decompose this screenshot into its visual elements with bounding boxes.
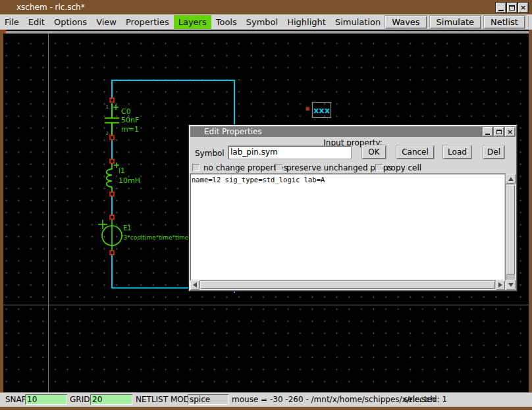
property-textarea[interactable]: name=l2 sig_type=std_logic lab=A	[190, 174, 505, 280]
load-button[interactable]: Load	[443, 145, 471, 159]
menu-help[interactable]: Help	[528, 16, 532, 28]
pin-number: 2	[106, 131, 109, 136]
dialog-controls: ×	[483, 127, 515, 136]
origin-marker	[3, 30, 6, 34]
pin-marker	[110, 215, 114, 219]
del-button[interactable]: Del	[483, 145, 504, 159]
scroll-right-icon[interactable]	[496, 280, 505, 290]
pin-marker	[110, 251, 114, 255]
menu-layers[interactable]: Layers	[174, 15, 211, 29]
horizontal-scrollbar[interactable]	[190, 280, 505, 290]
scroll-left-icon[interactable]	[190, 280, 200, 290]
ok-button[interactable]: OK	[362, 145, 386, 159]
netlist-button[interactable]: Netlist	[484, 16, 525, 28]
vertical-scrollbar-thumb[interactable]	[506, 185, 515, 274]
component-name: E1	[123, 224, 132, 232]
component-value: 10mH	[119, 176, 140, 185]
minimize-icon[interactable]	[496, 3, 506, 13]
window-controls: ×	[496, 3, 528, 13]
menu-simulation[interactable]: Simulation	[331, 15, 385, 29]
edit-properties-dialog: Edit Properties × Input property: Symbol…	[189, 125, 517, 291]
horizontal-scrollbar-thumb[interactable]	[200, 281, 494, 289]
dialog-close-icon[interactable]: ×	[505, 127, 515, 136]
menu-view[interactable]: View	[92, 15, 121, 29]
component-name: C0	[121, 107, 131, 116]
selected-count: selected: 1	[404, 395, 447, 404]
component-name: l1	[119, 167, 125, 175]
snap-input[interactable]: 10	[25, 394, 67, 405]
close-icon[interactable]: ×	[518, 3, 528, 13]
copy-cell-checkbox[interactable]	[375, 164, 383, 171]
dialog-minimize-icon[interactable]	[483, 127, 492, 136]
net-label-text: xxx	[313, 105, 331, 115]
menu-symbol[interactable]: Symbol	[242, 15, 282, 29]
titlebar[interactable]: xschem - rlc.sch* ×	[0, 0, 532, 14]
polarity-plus-icon	[113, 105, 119, 110]
scroll-down-icon[interactable]	[506, 280, 516, 290]
vertical-scrollbar[interactable]	[506, 174, 516, 290]
component-param: m=1	[121, 125, 139, 134]
grid-label: GRID:	[70, 395, 92, 404]
pin-marker	[306, 107, 310, 111]
pin-marker	[110, 136, 114, 140]
menu-properties[interactable]: Properties	[121, 15, 174, 29]
component-value: '3*cos(time*time*time*	[122, 234, 192, 241]
menu-file[interactable]: File	[0, 15, 24, 29]
xschem-window: xschem - rlc.sch* × File Edit Options Vi…	[0, 0, 532, 410]
pin-number: 1	[106, 105, 109, 110]
dialog-title: Edit Properties	[204, 127, 262, 136]
menu-tools[interactable]: Tools	[211, 15, 242, 29]
window-title: xschem - rlc.sch*	[16, 3, 85, 12]
pin-marker	[110, 159, 114, 163]
dialog-maximize-icon[interactable]	[494, 127, 504, 136]
menubar: File Edit Options View Properties Layers…	[0, 14, 532, 30]
menu-edit[interactable]: Edit	[24, 15, 49, 29]
waves-button[interactable]: Waves	[385, 16, 426, 28]
source-e1[interactable]: E1 '3*cos(time*time*time*	[98, 215, 192, 255]
scroll-up-icon[interactable]	[506, 174, 516, 184]
inductor-l1[interactable]: l1 10mH	[107, 159, 140, 196]
maximize-icon[interactable]	[507, 3, 517, 13]
netlist-mode-input[interactable]: spice	[188, 394, 228, 405]
no-change-properties-checkbox[interactable]	[192, 164, 200, 171]
pin-marker	[110, 192, 114, 196]
dialog-titlebar[interactable]: Edit Properties ×	[190, 126, 516, 137]
symbol-input[interactable]: lab_pin.sym	[228, 146, 351, 159]
net-label-xxx[interactable]: xxx	[306, 103, 331, 118]
page-edge-line	[3, 31, 529, 34]
menu-options[interactable]: Options	[49, 15, 92, 29]
menubar-buttons: Waves Simulate Netlist Help	[385, 16, 532, 28]
cancel-button[interactable]: Cancel	[396, 145, 434, 159]
component-value: 50nF	[121, 116, 139, 124]
simulate-button[interactable]: Simulate	[430, 16, 481, 28]
preserve-unchanged-props-checkbox[interactable]	[275, 164, 282, 171]
statusbar: SNAP: 10 GRID: 20 NETLIST MODE: spice mo…	[0, 392, 532, 407]
capacitor-c0[interactable]: 1 2 C0 50nF m=1	[105, 98, 139, 140]
menu-highlight[interactable]: Highlight	[282, 15, 331, 29]
copy-cell-label: copy cell	[386, 163, 421, 172]
symbol-label: Symbol	[195, 149, 225, 158]
grid-input[interactable]: 20	[90, 394, 132, 405]
